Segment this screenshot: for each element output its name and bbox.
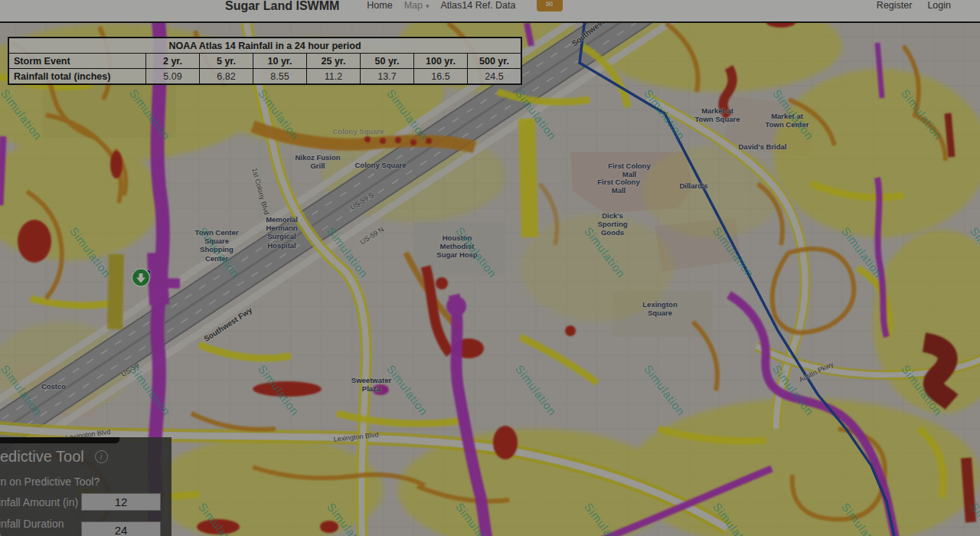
rainfall-amount-label: Rainfall Amount (in) bbox=[0, 496, 78, 508]
caret-down-icon: ▾ bbox=[426, 2, 430, 10]
pond bbox=[924, 342, 952, 402]
rainfall-value: 24.5 bbox=[468, 69, 522, 85]
nav-home[interactable]: Home bbox=[367, 0, 392, 11]
col-header: 100 yr. bbox=[414, 54, 468, 69]
col-header: 25 yr. bbox=[307, 54, 361, 69]
login-link[interactable]: Login bbox=[927, 0, 951, 11]
rainfall-amount-input[interactable] bbox=[81, 493, 161, 511]
col-header: 500 yr. bbox=[468, 54, 522, 69]
rainfall-duration-input[interactable] bbox=[81, 521, 161, 536]
rainfall-table: NOAA Atlas 14 Rainfall in a 24 hour peri… bbox=[8, 37, 522, 85]
rainfall-value: 11.2 bbox=[307, 69, 361, 85]
nav-atlas14-ref-data[interactable]: Atlas14 Ref. Data bbox=[441, 0, 516, 11]
rainfall-table-title: NOAA Atlas 14 Rainfall in a 24 hour peri… bbox=[8, 38, 521, 54]
app-title: Sugar Land ISWMM bbox=[225, 0, 339, 12]
col-header: 2 yr. bbox=[146, 54, 200, 69]
storm-event-header: Storm Event bbox=[8, 54, 146, 69]
predictive-tool-toggle-question: Turn on Predictive Tool? bbox=[0, 476, 161, 488]
rainfall-value: 8.55 bbox=[253, 69, 307, 85]
envelope-icon: ✉ bbox=[546, 0, 553, 9]
col-header: 10 yr. bbox=[253, 54, 307, 69]
rainfall-duration-label: Rainfall Duration (hr) bbox=[0, 518, 81, 536]
col-header: 5 yr. bbox=[200, 54, 253, 69]
rainfall-value: 6.82 bbox=[200, 69, 253, 85]
nav-map[interactable]: Map▾ bbox=[404, 0, 430, 12]
app-header: Sugar Land ISWMM Home Map▾ Atlas14 Ref. … bbox=[0, 0, 980, 23]
table-row: Rainfall total (inches) 5.09 6.82 8.55 1… bbox=[8, 69, 521, 85]
panel-top-bar bbox=[0, 437, 119, 443]
rainfall-total-header: Rainfall total (inches) bbox=[8, 69, 146, 85]
nav-map-label: Map bbox=[404, 0, 423, 11]
table-row: Storm Event 2 yr. 5 yr. 10 yr. 25 yr. 50… bbox=[8, 54, 521, 69]
rainfall-value: 5.09 bbox=[146, 69, 200, 85]
rainfall-value: 16.5 bbox=[414, 69, 468, 85]
header-action-button[interactable]: ✉ bbox=[537, 0, 563, 11]
register-link[interactable]: Register bbox=[877, 0, 913, 11]
predictive-tool-title: Predictive Tool bbox=[0, 448, 84, 466]
predictive-tool-panel: Predictive Tool i Turn on Predictive Too… bbox=[0, 437, 172, 536]
main-nav: Home Map▾ Atlas14 Ref. Data ✉ bbox=[367, 0, 562, 12]
down-arrow-marker-icon bbox=[131, 268, 151, 288]
info-icon[interactable]: i bbox=[95, 450, 108, 463]
rainfall-value: 13.7 bbox=[361, 69, 414, 85]
auth-links: Register Login bbox=[877, 0, 951, 11]
flood-depth-marker[interactable]: 1.12 bbox=[131, 268, 152, 279]
col-header: 50 yr. bbox=[361, 54, 414, 69]
